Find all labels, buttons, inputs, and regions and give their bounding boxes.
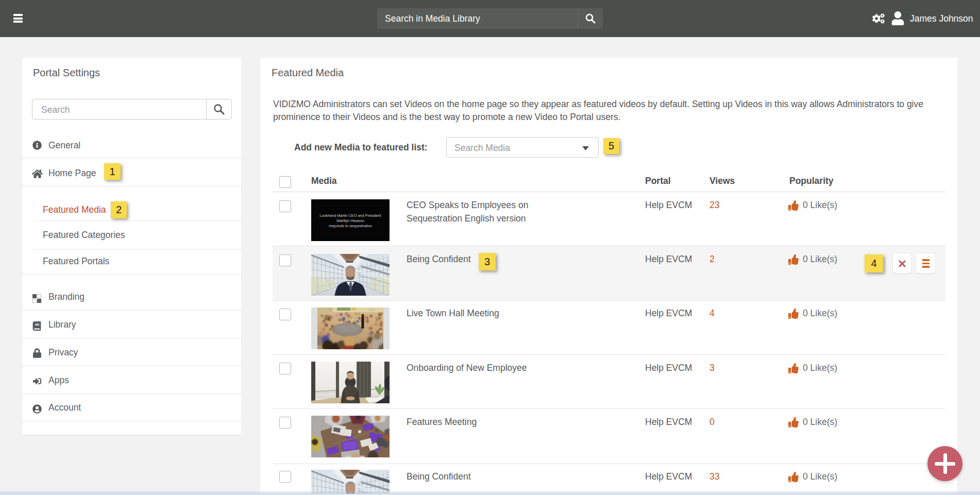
svg-text:Marillyn Hewson: Marillyn Hewson [336,218,364,223]
svg-text:responds to sequestration: responds to sequestration [329,224,372,228]
svg-text:Lockheed Martin CEO and Presid: Lockheed Martin CEO and President [320,213,381,218]
